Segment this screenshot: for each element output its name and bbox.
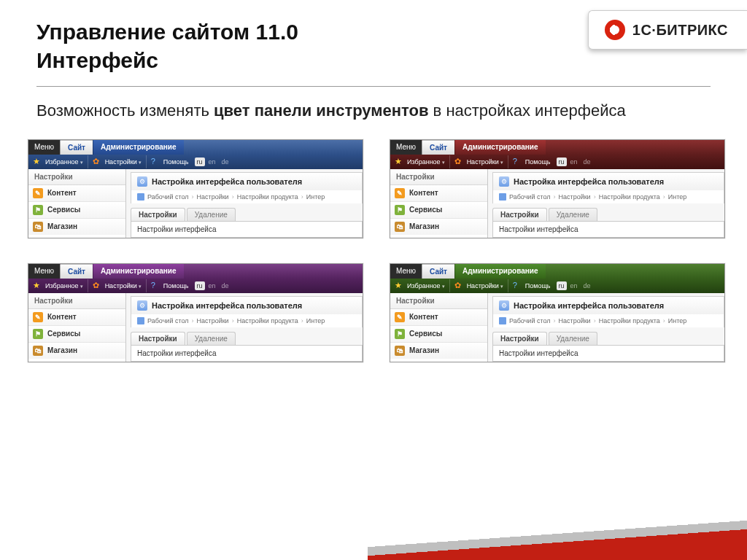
toolbar: ★ Избранное▾ ✿ Настройки▾ ? Помощь ruend… [390,155,724,169]
crumb[interactable]: Настройки [197,193,229,201]
sidebar-item-1[interactable]: ⚑ Сервисы [390,326,487,343]
admin-panel-purple: Меню Сайт Администрирование ★ Избранное▾… [28,263,363,362]
crumb[interactable]: Настройки [559,317,591,324]
settings-menu[interactable]: Настройки▾ [467,158,503,166]
sidebar-item-1[interactable]: ⚑ Сервисы [390,202,487,219]
help-link[interactable]: Помощь [163,158,189,166]
sidebar-item-0[interactable]: ✎ Контент [390,309,487,326]
breadcrumb: Рабочий стол ›Настройки ›Настройки проду… [492,314,724,327]
sidebar-item-2[interactable]: 🛍 Магазин [390,343,487,359]
crumb[interactable]: Настройки продукта [237,193,298,201]
crumb[interactable]: Интер [306,317,325,324]
sidebar-item-icon: ✎ [395,188,405,198]
lang-en[interactable]: en [206,281,218,290]
topbar: Меню Сайт Администрирование [390,140,724,155]
crumb[interactable]: Настройки [197,317,229,324]
crumb[interactable]: Интер [668,317,686,324]
sidebar-item-2[interactable]: 🛍 Магазин [390,219,487,235]
tab-admin[interactable]: Администрирование [454,264,546,279]
sidebar-item-2[interactable]: 🛍 Магазин [28,219,125,235]
menu-button[interactable]: Меню [28,264,60,279]
help-link[interactable]: Помощь [525,282,551,289]
lang-ru[interactable]: ru [195,158,205,166]
crumb[interactable]: Настройки продукта [237,317,298,324]
crumb[interactable]: Интер [306,193,325,201]
admin-panel-green: Меню Сайт Администрирование ★ Избранное▾… [390,263,725,362]
lang-de[interactable]: de [581,281,593,290]
tab-admin[interactable]: Администрирование [454,140,546,155]
content-tab-1[interactable]: Удаление [549,208,597,221]
crumb[interactable]: Настройки продукта [599,317,660,324]
tab-admin[interactable]: Администрирование [93,264,184,279]
content-tab-0[interactable]: Настройки [492,208,547,221]
sidebar-item-1[interactable]: ⚑ Сервисы [28,202,125,219]
sidebar: Настройки ✎ Контент ⚑ Сервисы 🛍 Магазин [28,293,126,362]
sidebar-item-0[interactable]: ✎ Контент [390,185,487,202]
menu-button[interactable]: Меню [28,140,60,155]
star-icon: ★ [395,281,403,289]
lang-en[interactable]: en [568,281,580,290]
favorites-menu[interactable]: Избранное▾ [407,282,445,289]
menu-button[interactable]: Меню [390,140,422,155]
sidebar-item-0[interactable]: ✎ Контент [28,309,125,326]
crumb[interactable]: Интер [668,193,686,201]
sidebar: Настройки ✎ Контент ⚑ Сервисы 🛍 Магазин [390,169,488,238]
sidebar-heading: Настройки [390,169,487,185]
menu-button[interactable]: Меню [390,264,422,279]
sidebar-item-label: Контент [47,313,77,321]
home-icon[interactable] [137,317,144,324]
lang-ru[interactable]: ru [195,281,205,290]
content-tab-0[interactable]: Настройки [131,208,185,221]
content-tab-1[interactable]: Удаление [549,332,597,345]
favorites-menu[interactable]: Избранное▾ [407,158,445,166]
sidebar-item-icon: ⚑ [395,329,405,339]
help-icon: ? [513,281,521,289]
lang-de[interactable]: de [581,158,593,166]
home-icon[interactable] [137,193,144,201]
sidebar-item-0[interactable]: ✎ Контент [28,185,125,202]
lang-en[interactable]: en [568,158,580,166]
lang-ru[interactable]: ru [557,158,567,166]
content-tab-1[interactable]: Удаление [187,332,236,345]
language-switcher: ruende [557,281,593,290]
gear-icon: ✿ [454,158,462,166]
settings-icon: ⚙ [499,176,509,187]
tab-site[interactable]: Сайт [60,264,93,279]
help-link[interactable]: Помощь [163,282,189,289]
content-tab-0[interactable]: Настройки [131,332,185,345]
tab-site[interactable]: Сайт [422,140,454,155]
crumb[interactable]: Рабочий стол [509,193,551,201]
lang-ru[interactable]: ru [557,281,567,290]
settings-menu[interactable]: Настройки▾ [105,282,142,289]
sidebar-item-1[interactable]: ⚑ Сервисы [28,326,125,343]
crumb[interactable]: Настройки продукта [599,193,660,201]
settings-menu[interactable]: Настройки▾ [467,282,503,289]
sidebar-item-label: Сервисы [409,330,442,338]
main-heading: ⚙ Настройка интерфейса пользователя [492,172,724,190]
help-icon: ? [151,281,159,289]
toolbar: ★ Избранное▾ ✿ Настройки▾ ? Помощь ruend… [28,279,363,293]
crumb[interactable]: Рабочий стол [509,317,551,324]
tab-site[interactable]: Сайт [422,264,454,279]
sidebar-item-label: Контент [47,189,77,197]
home-icon[interactable] [499,317,506,324]
lang-de[interactable]: de [220,158,231,166]
favorites-menu[interactable]: Избранное▾ [45,158,83,166]
sidebar-item-icon: 🛍 [33,222,43,232]
crumb[interactable]: Рабочий стол [147,193,189,201]
sidebar-item-label: Сервисы [409,206,442,214]
home-icon[interactable] [499,193,506,201]
content-tab-0[interactable]: Настройки [492,332,547,345]
sidebar-item-2[interactable]: 🛍 Магазин [28,343,125,359]
content-tab-1[interactable]: Удаление [187,208,236,221]
crumb[interactable]: Настройки [559,193,591,201]
crumb[interactable]: Рабочий стол [147,317,189,324]
tab-admin[interactable]: Администрирование [93,140,184,155]
settings-menu[interactable]: Настройки▾ [105,158,142,166]
main-heading: ⚙ Настройка интерфейса пользователя [131,296,363,314]
lang-en[interactable]: en [206,158,218,166]
favorites-menu[interactable]: Избранное▾ [45,282,83,289]
lang-de[interactable]: de [220,281,231,290]
tab-site[interactable]: Сайт [60,140,93,155]
help-link[interactable]: Помощь [525,158,551,166]
